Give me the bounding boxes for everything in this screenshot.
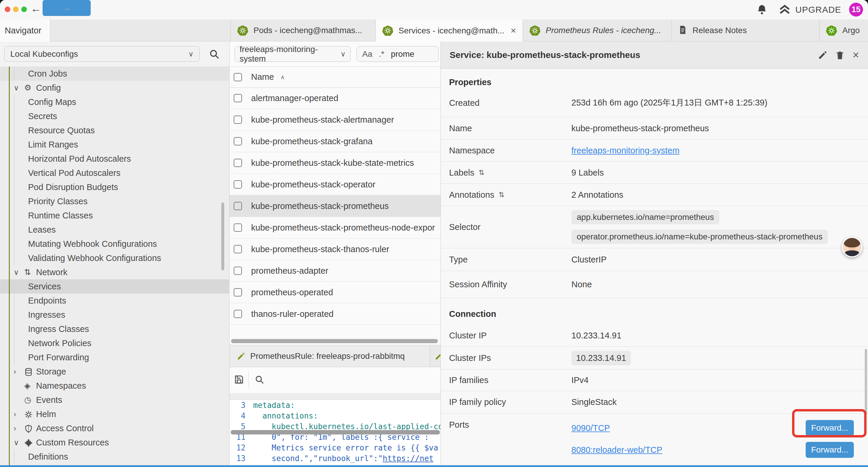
sidebar-scrollbar[interactable]: [221, 202, 224, 270]
table-row[interactable]: kube-prometheus-stack-grafana: [229, 130, 440, 152]
save-icon[interactable]: [234, 374, 244, 385]
sidebar-item[interactable]: Network Policies: [0, 336, 229, 350]
forward-button[interactable]: Forward...: [806, 442, 854, 458]
table-horizontal-scrollbar[interactable]: [231, 339, 438, 343]
edit-pencil-icon[interactable]: [818, 50, 828, 60]
sidebar-item[interactable]: Definitions: [0, 449, 229, 464]
table-row[interactable]: kube-prometheus-stack-kube-state-metrics: [229, 152, 440, 174]
app-tab[interactable]: Release Notes: [672, 20, 819, 41]
sidebar-item[interactable]: ∨ ⚙ Config: [0, 81, 229, 95]
table-row[interactable]: alertmanager-operated: [229, 87, 440, 109]
sidebar-item[interactable]: › Storage: [0, 364, 229, 379]
table-row[interactable]: kube-prometheus-stack-operator: [229, 174, 440, 195]
app-tab[interactable]: Services - icecheng@math... ×: [375, 20, 523, 42]
row-checkbox[interactable]: [234, 310, 242, 318]
sort-ascending-icon[interactable]: ∧: [280, 74, 285, 81]
delete-trash-icon[interactable]: [835, 50, 845, 60]
row-checkbox[interactable]: [234, 288, 242, 296]
sidebar-item[interactable]: ◈ Namespaces: [0, 379, 229, 393]
name-column-header[interactable]: Name: [251, 72, 274, 82]
chevron-icon[interactable]: ›: [13, 424, 24, 433]
row-checkbox[interactable]: [234, 137, 242, 145]
sidebar-item[interactable]: Vertical Pod Autoscalers: [0, 166, 229, 180]
sidebar-item[interactable]: ◷ Events: [0, 393, 229, 407]
row-checkbox[interactable]: [234, 180, 242, 188]
sidebar-item[interactable]: Pod Disruption Budgets: [0, 180, 229, 194]
chevron-icon[interactable]: ∨: [13, 84, 24, 92]
sidebar-item[interactable]: Ingress Classes: [0, 322, 229, 336]
list-search-input[interactable]: Aa .* prome: [356, 46, 439, 62]
sidebar-item[interactable]: Services: [0, 279, 229, 293]
namespace-link[interactable]: freeleaps-monitoring-system: [571, 146, 680, 155]
maximize-window-button[interactable]: [21, 6, 27, 12]
row-checkbox[interactable]: [234, 116, 242, 124]
table-row[interactable]: kube-prometheus-stack-prometheus: [229, 195, 440, 217]
table-row[interactable]: prometheus-operated: [229, 282, 440, 303]
app-tab[interactable]: Pods - icecheng@mathmas...: [230, 20, 375, 41]
row-checkbox[interactable]: [234, 159, 242, 167]
notifications-bell-icon[interactable]: [756, 4, 768, 16]
chevron-icon[interactable]: ∨: [13, 268, 24, 276]
match-case-toggle[interactable]: Aa: [362, 49, 372, 59]
kubeconfig-source-dropdown[interactable]: Local Kubeconfigs ∨: [4, 46, 200, 62]
sidebar-item[interactable]: Runtime Classes: [0, 208, 229, 223]
table-row[interactable]: prometheus-adapter: [229, 260, 440, 282]
panel-scrollbar[interactable]: [865, 349, 867, 414]
sidebar-item[interactable]: › Access Control: [0, 421, 229, 435]
forward-button[interactable]: Forward...: [806, 420, 854, 436]
forward-button[interactable]: →: [42, 0, 91, 16]
code-link[interactable]: https://net: [382, 454, 433, 463]
editor-horizontal-scrollbar[interactable]: [231, 430, 440, 435]
chevron-icon[interactable]: ∨: [13, 438, 24, 447]
table-row[interactable]: kube-prometheus-stack-thanos-ruler: [229, 238, 440, 260]
regex-toggle[interactable]: .*: [379, 49, 384, 59]
close-panel-icon[interactable]: ×: [852, 50, 859, 60]
sidebar-item[interactable]: ∨ ⇅ Network: [0, 265, 229, 279]
sidebar-item[interactable]: › Helm: [0, 407, 229, 421]
table-row[interactable]: thanos-ruler-operated: [229, 303, 440, 325]
back-button[interactable]: ←: [31, 2, 41, 15]
minimize-window-button[interactable]: [13, 6, 19, 12]
sidebar-item[interactable]: Leases: [0, 223, 229, 237]
sidebar-item[interactable]: Mutating Webhook Configurations: [0, 237, 229, 251]
port-link[interactable]: 8080:reloader-web/TCP: [571, 445, 662, 455]
close-tab-icon[interactable]: ×: [510, 25, 516, 36]
app-tab[interactable]: Argo Se: [819, 20, 868, 41]
sidebar-item[interactable]: Priority Classes: [0, 194, 229, 208]
row-checkbox[interactable]: [234, 94, 242, 102]
tab-navigator[interactable]: Navigator: [0, 20, 50, 42]
row-checkbox[interactable]: [234, 224, 242, 232]
row-checkbox[interactable]: [234, 267, 242, 275]
upgrade-button[interactable]: UPGRADE: [779, 4, 841, 16]
sidebar-item[interactable]: ∨ Custom Resources: [0, 435, 229, 449]
sort-toggle-icon[interactable]: ⇅: [498, 191, 504, 199]
table-row[interactable]: kube-prometheus-stack-prometheus-node-ex…: [229, 217, 440, 238]
sidebar-item[interactable]: Ingresses: [0, 308, 229, 322]
sidebar-item[interactable]: Resource Quotas: [0, 123, 229, 138]
row-checkbox[interactable]: [234, 202, 242, 210]
sort-toggle-icon[interactable]: ⇅: [478, 169, 484, 177]
sidebar-item[interactable]: Port Forwarding: [0, 350, 229, 364]
sidebar-item[interactable]: Secrets: [0, 109, 229, 123]
sidebar-item[interactable]: Endpoints: [0, 293, 229, 308]
app-tab[interactable]: Prometheus Rules - icecheng...: [523, 20, 672, 41]
namespace-filter-dropdown[interactable]: freeleaps-monitoring-system ∨: [235, 46, 351, 62]
close-window-button[interactable]: [5, 6, 10, 12]
editor-search-icon[interactable]: [254, 375, 265, 384]
sidebar-item[interactable]: Validating Webhook Configurations: [0, 251, 229, 265]
row-checkbox[interactable]: [234, 245, 242, 253]
sidebar-item[interactable]: Limit Ranges: [0, 138, 229, 152]
editor-tab[interactable]: PrometheusRule: freeleaps-prod-rabbitmq: [229, 345, 430, 367]
notification-count-badge[interactable]: 15: [849, 3, 863, 17]
select-all-checkbox[interactable]: [234, 73, 242, 81]
sidebar-item[interactable]: Horizontal Pod Autoscalers: [0, 152, 229, 166]
webcam-avatar[interactable]: [842, 237, 862, 258]
sidebar-search-icon[interactable]: [209, 49, 220, 60]
sidebar-item[interactable]: Config Maps: [0, 95, 229, 109]
port-link[interactable]: 9090/TCP: [571, 423, 610, 433]
editor-tab-partial[interactable]: [430, 345, 440, 367]
sidebar-item[interactable]: Cron Jobs: [0, 66, 229, 81]
chevron-icon[interactable]: ›: [13, 368, 24, 376]
chevron-icon[interactable]: ›: [13, 410, 24, 418]
table-row[interactable]: kube-prometheus-stack-alertmanager: [229, 109, 440, 130]
